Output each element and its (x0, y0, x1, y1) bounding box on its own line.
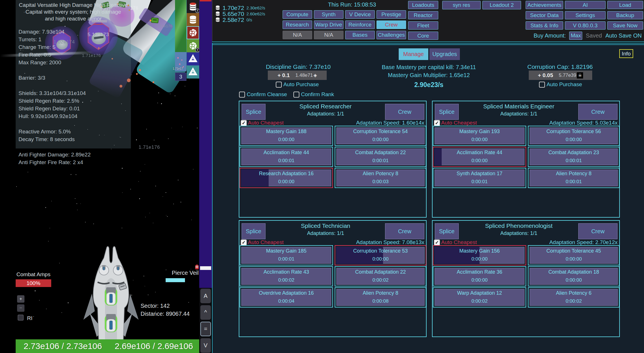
menu-button[interactable]: Settings (565, 11, 606, 19)
stat-upgrade-button[interactable]: Mastery Gain 185 0:00:01 (240, 245, 333, 265)
nav-button[interactable]: Research (283, 20, 312, 29)
syn-res-button[interactable]: syn res (442, 1, 481, 9)
stat-upgrade-button[interactable]: Alien Potency 8 0:00:08 (335, 287, 426, 307)
stat-upgrade-button[interactable]: Corruption Tolerance 53 0:00:00 (335, 245, 426, 265)
cargo-icon[interactable] (187, 13, 199, 26)
stat-upgrade-button[interactable]: Alien Potency 6 0:00:02 (528, 287, 620, 307)
minimap-tile-green[interactable] (175, 0, 186, 52)
stat-timer: 0:00:00 (433, 277, 526, 283)
scroll-button[interactable]: ^ (200, 305, 211, 320)
ri-checkbox[interactable] (18, 315, 24, 321)
menu-button[interactable]: Load (607, 1, 643, 9)
scrollbar-thumb[interactable] (200, 266, 211, 270)
stat-upgrade-button[interactable]: Corruption Tolerance 56 0:00:00 (528, 126, 620, 146)
stat-upgrade-button[interactable]: Acclimation Rate 36 0:00:00 (433, 266, 526, 286)
menu-button[interactable]: AI (565, 1, 606, 9)
auto-purchase-checkbox[interactable] (276, 82, 282, 88)
discipline-stepper[interactable]: + 0.1 1.48e71◈ (268, 71, 327, 80)
auto-cheapest-checkbox[interactable]: ✓ (434, 120, 440, 126)
stat-upgrade-button[interactable]: Mastery Gain 188 0:00:00 (240, 126, 333, 146)
scroll-button[interactable]: V (200, 338, 211, 353)
stat-upgrade-button[interactable]: Overdrive Adaptation 16 0:00:04 (240, 287, 333, 307)
splice-button[interactable]: Splice (435, 223, 459, 239)
stat-upgrade-button[interactable]: Acclimation Rate 44 0:00:00 (433, 147, 526, 167)
buy-amount-button[interactable]: Max (569, 32, 582, 40)
nav-button[interactable]: Reactor (408, 11, 438, 19)
cargo-full-icon[interactable]: ! (187, 0, 199, 13)
menu-button[interactable]: Achievements (526, 1, 563, 9)
splice-button[interactable]: Splice (435, 104, 459, 120)
stat-upgrade-button[interactable]: Mastery Gain 193 0:00:00 (433, 126, 526, 146)
ore-red-icon[interactable] (187, 26, 199, 39)
crew-button[interactable]: Crew (578, 223, 618, 239)
nav-button[interactable]: Prestige (376, 10, 406, 19)
penrose-teal-icon[interactable] (187, 65, 199, 79)
nav-button[interactable]: Core (408, 32, 438, 40)
menu-button[interactable]: Save Now (607, 21, 643, 30)
nav-button[interactable]: N/A (283, 31, 312, 39)
stat-upgrade-button[interactable]: Synth Adaptation 17 0:00:01 (433, 168, 526, 188)
menu-button[interactable]: Backup (607, 11, 643, 19)
splice-button[interactable]: Splice (242, 223, 266, 239)
info-button[interactable]: Info (619, 49, 633, 58)
menu-button[interactable]: V 0.80.0.3 (565, 21, 606, 30)
menu-button[interactable]: Sector Data (526, 11, 563, 19)
stat-upgrade-button[interactable]: Combat Adaptation 22 0:00:02 (335, 266, 426, 286)
nav-button[interactable]: Loadouts (408, 1, 438, 9)
tab-upgrades[interactable]: Upgrades (429, 48, 460, 60)
stat-upgrade-button[interactable]: Alien Potency 8 0:00:03 (335, 168, 426, 188)
stat-upgrade-button[interactable]: Mastery Gain 156 0:00:00 (433, 245, 526, 265)
nav-button[interactable]: Compute (283, 10, 312, 19)
menu-button[interactable]: Stats & Info (526, 21, 563, 30)
loadout2-button[interactable]: Loadout 2 (482, 1, 521, 9)
confirm-rank-checkbox[interactable] (293, 92, 299, 98)
scrollbar-track[interactable] (199, 0, 212, 288)
stat-upgrade-button[interactable]: Acclimation Rate 44 0:00:01 (240, 147, 333, 167)
resource-icon (215, 5, 221, 11)
tab-manage[interactable]: Manage (399, 48, 428, 60)
nav-button[interactable]: Reinforce (345, 20, 375, 29)
nav-button[interactable]: Bases (345, 31, 375, 39)
corruption-stepper[interactable]: + 0.05 5.77e39☠ (529, 71, 592, 80)
crew-button[interactable]: Crew (385, 223, 424, 239)
game-viewport[interactable]: 1.71e176 5.12e173 1.02e174 1.71e176 1.71… (0, 0, 199, 353)
penrose-blue-icon[interactable] (187, 52, 199, 65)
stat-upgrade-button[interactable]: Acclimation Rate 43 0:00:02 (240, 266, 333, 286)
stat-upgrade-button[interactable]: Research Adaptation 16 0:00:00 (240, 168, 333, 188)
tooltip-stat-line: Fire Rate: 0.5 (18, 51, 128, 59)
nav-button[interactable]: Warp Drive (314, 20, 343, 29)
stat-upgrade-button[interactable]: Combat Adaptation 23 0:00:01 (528, 147, 620, 167)
confirm-cleanse-checkbox[interactable] (239, 92, 245, 98)
zoom-in-button[interactable]: + (17, 295, 24, 303)
nav-button[interactable]: Crew (376, 20, 406, 29)
stat-timer: 0:00:02 (240, 277, 332, 283)
stat-upgrade-button[interactable]: Corruption Tolerance 54 0:00:00 (335, 126, 426, 146)
resource-row: 2.58e72 0/s (215, 17, 265, 23)
cost-value: 1.48e71 (295, 73, 313, 78)
stat-upgrade-button[interactable]: Combat Adaptation 18 0:00:00 (528, 266, 620, 286)
stat-upgrade-button[interactable]: Corruption Tolerance 45 0:00:00 (528, 245, 620, 265)
auto-cheapest-checkbox[interactable]: ✓ (241, 240, 247, 245)
ore-green-icon[interactable]: ! (187, 39, 199, 52)
nav-button[interactable]: Fleet (408, 21, 438, 30)
stat-upgrade-button[interactable]: Alien Potency 8 0:00:01 (528, 168, 620, 188)
nav-button[interactable]: N/A (314, 31, 343, 39)
nav-button[interactable]: V Device (345, 10, 375, 19)
zoom-out-button[interactable]: − (17, 304, 24, 312)
nav-button[interactable]: Synth (314, 10, 343, 19)
auto-cheapest-checkbox[interactable]: ✓ (241, 120, 247, 126)
crew-button[interactable]: Crew (385, 104, 424, 120)
stat-upgrade-button[interactable]: Warp Adaptation 12 0:00:02 (433, 287, 526, 307)
scroll-button[interactable]: = (200, 322, 211, 336)
crew-button[interactable]: Crew (578, 104, 618, 120)
stat-upgrade-button[interactable]: Combat Adaptation 22 0:00:01 (335, 147, 426, 167)
tooltip-stats: Damage: 7.93e104Turrets: 1Charge Time: 5… (18, 28, 128, 166)
ship-tooltip: Capital Versatile High Damage High React… (16, 0, 131, 148)
nav-button[interactable]: Challenges (376, 31, 406, 39)
adaptation-speed: Adaptation Speed: 7.08e13x (356, 239, 424, 245)
stat-timer: 0:00:02 (528, 298, 619, 304)
splice-button[interactable]: Splice (242, 104, 266, 120)
auto-purchase-checkbox[interactable] (539, 82, 545, 88)
scroll-button[interactable]: A (200, 289, 211, 303)
auto-cheapest-checkbox[interactable]: ✓ (434, 240, 440, 245)
